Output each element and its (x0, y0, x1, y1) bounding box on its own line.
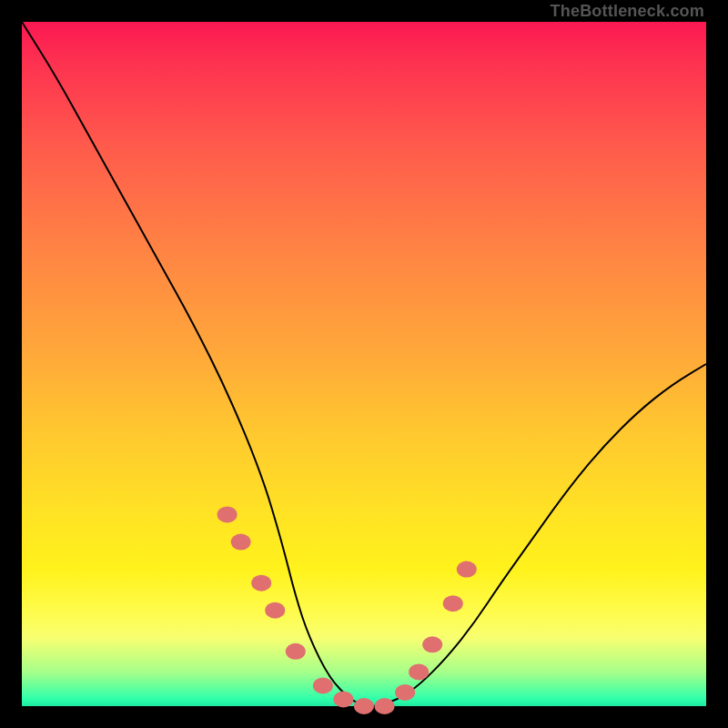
highlight-dot (375, 698, 395, 714)
highlight-dot (457, 561, 477, 578)
attribution-text: TheBottleneck.com (551, 2, 704, 21)
highlight-dot (443, 595, 463, 612)
highlight-dot (251, 575, 271, 592)
highlight-dot (409, 663, 429, 680)
highlight-dot (422, 636, 442, 652)
highlight-dot (395, 684, 415, 701)
highlight-dot (313, 677, 333, 693)
highlight-dot (286, 643, 306, 660)
highlight-dot (333, 691, 353, 707)
chart-frame: TheBottleneck.com (0, 0, 728, 728)
highlight-dot (217, 506, 238, 522)
highlighted-dots-group (217, 506, 477, 714)
chart-svg (22, 22, 706, 706)
bottleneck-curve-line (22, 22, 706, 706)
plot-area (22, 22, 706, 706)
highlight-dot (265, 602, 285, 619)
highlight-dot (354, 698, 374, 714)
highlight-dot (231, 534, 251, 551)
